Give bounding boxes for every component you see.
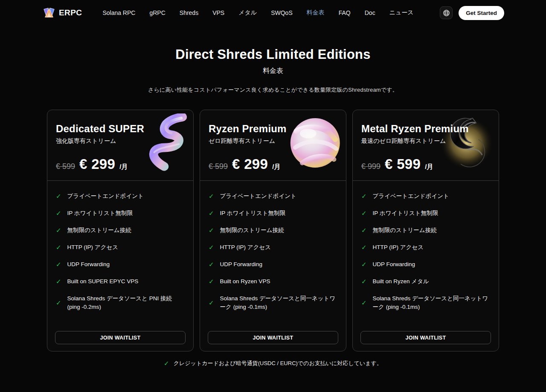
feature-item: ✓UDP Forwarding — [361, 260, 491, 269]
nav-item-swqos[interactable]: SWQoS — [271, 9, 293, 16]
feature-item: ✓プライベートエンドポイント — [209, 192, 338, 200]
price-period: /月 — [272, 163, 280, 171]
old-price: € 599 — [56, 162, 75, 171]
feature-item: ✓プライベートエンドポイント — [361, 192, 491, 200]
card-header: Ryzen Premium ゼロ距離専有ストリーム € 599 € 299 /月 — [200, 110, 346, 180]
nav-item-news[interactable]: ニュース — [389, 9, 414, 17]
join-waitlist-button[interactable]: JOIN WAITLIST — [55, 331, 186, 344]
feature-item: ✓IP ホワイトリスト無制限 — [56, 209, 186, 218]
check-icon: ✓ — [361, 277, 367, 286]
check-icon: ✓ — [361, 226, 367, 235]
check-icon: ✓ — [56, 226, 61, 235]
check-icon: ✓ — [209, 192, 214, 200]
price-row: € 599 € 299 /月 — [56, 156, 185, 172]
join-waitlist-button[interactable]: JOIN WAITLIST — [360, 331, 491, 344]
brand[interactable]: ERPC — [43, 6, 82, 19]
pricing-cards: Dedicated SUPER 強化版専有ストリーム € 599 € 299 /… — [47, 110, 499, 351]
plan-tagline: ゼロ距離専有ストリーム — [209, 137, 337, 145]
check-icon: ✓ — [209, 243, 214, 252]
card-header: Dedicated SUPER 強化版専有ストリーム € 599 € 299 /… — [47, 110, 193, 180]
nav-item-doc[interactable]: Doc — [365, 9, 375, 16]
feature-list: ✓プライベートエンドポイント ✓IP ホワイトリスト無制限 ✓無制限のストリーム… — [353, 181, 499, 331]
feature-item: ✓Built on SUPER EPYC VPS — [56, 277, 186, 286]
check-icon: ✓ — [209, 226, 214, 235]
plan-name: Metal Ryzen Premium — [361, 123, 490, 135]
plan-name: Dedicated SUPER — [56, 123, 185, 135]
price-row: € 999 € 599 /月 — [361, 156, 490, 172]
navbar: ERPC Solana RPC gRPC Shreds VPS メタル SWQo… — [0, 0, 546, 26]
price-period: /月 — [119, 163, 128, 171]
feature-item: ✓HTTP (IP) アクセス — [361, 243, 491, 252]
feature-item: ✓UDP Forwarding — [209, 260, 338, 269]
check-icon: ✓ — [209, 260, 214, 269]
feature-item: ✓Built on Ryzen VPS — [209, 277, 338, 286]
check-icon: ✓ — [164, 360, 169, 367]
main-nav: Solana RPC gRPC Shreds VPS メタル SWQoS 料金表… — [102, 9, 413, 17]
feature-item: ✓無制限のストリーム接続 — [56, 226, 186, 235]
current-price: € 599 — [385, 156, 421, 172]
check-icon: ✓ — [209, 209, 214, 218]
feature-item: ✓無制限のストリーム接続 — [209, 226, 338, 235]
feature-item: ✓Built on Ryzen メタル — [361, 277, 491, 286]
cta-wrap: JOIN WAITLIST — [47, 331, 193, 351]
old-price: € 999 — [361, 162, 380, 171]
price-row: € 599 € 299 /月 — [209, 156, 337, 172]
feature-item: ✓UDP Forwarding — [56, 260, 186, 269]
feature-item: ✓無制限のストリーム接続 — [361, 226, 491, 235]
globe-icon — [443, 9, 450, 17]
feature-item: ✓HTTP (IP) アクセス — [209, 243, 338, 252]
erpc-logo-icon — [43, 6, 55, 19]
nav-item-solana-rpc[interactable]: Solana RPC — [102, 9, 135, 16]
hero-section: Direct Shreds Limited Editions 料金表 さらに高い… — [0, 47, 546, 94]
plan-tagline: 強化版専有ストリーム — [56, 137, 185, 145]
feature-item: ✓HTTP (IP) アクセス — [56, 243, 186, 252]
check-icon: ✓ — [361, 260, 367, 269]
feature-item: ✓Solana Shreds データソースと同一ネットワーク (ping -0.… — [361, 294, 491, 311]
pricing-card-ryzen-premium: Ryzen Premium ゼロ距離専有ストリーム € 599 € 299 /月… — [200, 110, 346, 351]
feature-item: ✓プライベートエンドポイント — [56, 192, 186, 200]
check-icon: ✓ — [361, 243, 367, 252]
nav-item-pricing-active[interactable]: 料金表 — [307, 9, 325, 17]
check-icon: ✓ — [56, 209, 61, 218]
nav-item-metal[interactable]: メタル — [238, 9, 257, 17]
payment-note: ✓ クレジットカードおよび暗号通貨(USDC / EURC)でのお支払いに対応し… — [0, 360, 546, 367]
feature-item: ✓IP ホワイトリスト無制限 — [361, 209, 491, 218]
check-icon: ✓ — [56, 299, 61, 307]
page-subtitle: 料金表 — [0, 67, 546, 75]
payment-note-text: クレジットカードおよび暗号通貨(USDC / EURC)でのお支払いに対応してい… — [174, 360, 382, 367]
check-icon: ✓ — [361, 192, 367, 200]
page-title: Direct Shreds Limited Editions — [0, 47, 546, 62]
old-price: € 599 — [209, 162, 228, 171]
check-icon: ✓ — [209, 299, 214, 307]
feature-list: ✓プライベートエンドポイント ✓IP ホワイトリスト無制限 ✓無制限のストリーム… — [47, 181, 193, 331]
feature-item: ✓IP ホワイトリスト無制限 — [209, 209, 338, 218]
check-icon: ✓ — [361, 209, 367, 218]
page-description: さらに高い性能をコストパフォーマンス良く求めることができる数量限定版のShred… — [0, 86, 546, 94]
feature-list: ✓プライベートエンドポイント ✓IP ホワイトリスト無制限 ✓無制限のストリーム… — [200, 181, 346, 331]
nav-item-grpc[interactable]: gRPC — [149, 9, 165, 16]
current-price: € 299 — [232, 156, 268, 172]
pricing-card-metal-ryzen-premium: Metal Ryzen Premium 最速のゼロ距離専有ストリーム € 999… — [352, 110, 499, 351]
price-period: /月 — [425, 163, 433, 171]
pricing-card-dedicated-super: Dedicated SUPER 強化版専有ストリーム € 599 € 299 /… — [47, 110, 194, 351]
check-icon: ✓ — [56, 243, 61, 252]
get-started-button[interactable]: Get Started — [459, 6, 504, 20]
join-waitlist-button[interactable]: JOIN WAITLIST — [208, 331, 338, 344]
main-content: Direct Shreds Limited Editions 料金表 さらに高い… — [0, 47, 546, 367]
language-button[interactable] — [440, 6, 453, 19]
check-icon: ✓ — [56, 260, 61, 269]
plan-tagline: 最速のゼロ距離専有ストリーム — [361, 137, 490, 145]
cta-wrap: JOIN WAITLIST — [353, 331, 499, 351]
check-icon: ✓ — [209, 277, 214, 286]
card-header: Metal Ryzen Premium 最速のゼロ距離専有ストリーム € 999… — [353, 110, 499, 180]
feature-item: ✓Solana Shreds データソースと PNI 接続 (ping -0.2… — [56, 294, 186, 311]
plan-name: Ryzen Premium — [209, 123, 337, 135]
check-icon: ✓ — [56, 277, 61, 286]
feature-item: ✓Solana Shreds データソースと同一ネットワーク (ping -0.… — [209, 294, 338, 311]
nav-item-vps[interactable]: VPS — [212, 9, 224, 16]
nav-item-faq[interactable]: FAQ — [339, 9, 351, 16]
cta-wrap: JOIN WAITLIST — [200, 331, 346, 351]
nav-item-shreds[interactable]: Shreds — [180, 9, 198, 16]
check-icon: ✓ — [361, 299, 367, 307]
brand-name: ERPC — [59, 8, 82, 17]
